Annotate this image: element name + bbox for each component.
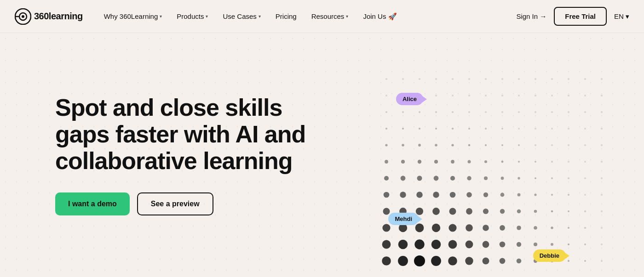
svg-point-139: [534, 226, 537, 230]
svg-point-124: [517, 209, 521, 214]
avatar-debbie: Debbie: [533, 249, 566, 262]
svg-point-26: [518, 95, 520, 96]
chevron-down-icon: ▾: [206, 14, 208, 19]
svg-point-102: [384, 192, 390, 198]
nav-item-pricing[interactable]: Pricing: [269, 9, 303, 24]
svg-point-159: [398, 256, 408, 266]
svg-point-65: [468, 144, 471, 147]
svg-point-164: [483, 258, 489, 265]
svg-point-58: [584, 128, 586, 130]
svg-point-55: [535, 128, 536, 130]
sign-in-link[interactable]: Sign In →: [516, 12, 546, 20]
nav-item-use-cases[interactable]: Use Cases ▾: [216, 9, 267, 24]
logo-text: 360learning: [34, 11, 83, 22]
svg-point-119: [432, 208, 440, 215]
svg-point-62: [418, 144, 421, 147]
hero-content: Spot and close skills gaps faster with A…: [55, 94, 313, 216]
svg-point-34: [419, 111, 420, 113]
svg-point-84: [551, 161, 553, 163]
svg-point-59: [601, 128, 603, 130]
svg-point-149: [466, 241, 473, 249]
svg-point-50: [452, 128, 454, 130]
svg-point-85: [568, 161, 569, 163]
hero-title: Spot and close skills gaps faster with A…: [55, 94, 313, 175]
svg-point-78: [451, 160, 454, 164]
svg-point-7: [435, 78, 437, 80]
svg-point-81: [501, 161, 504, 163]
svg-point-83: [535, 161, 536, 163]
svg-point-144: [382, 240, 391, 249]
svg-point-142: [584, 227, 586, 229]
avatar-alice: Alice: [396, 93, 423, 105]
svg-point-17: [601, 78, 603, 80]
svg-point-51: [468, 128, 470, 130]
svg-point-158: [382, 256, 391, 266]
svg-point-21: [435, 95, 437, 96]
svg-point-138: [517, 226, 521, 230]
svg-point-56: [551, 128, 553, 130]
svg-point-79: [468, 160, 471, 164]
svg-point-122: [483, 209, 489, 214]
svg-point-123: [500, 209, 505, 214]
svg-point-108: [483, 192, 488, 197]
svg-point-41: [535, 111, 536, 113]
svg-point-104: [416, 192, 423, 198]
svg-point-88: [384, 176, 389, 181]
svg-point-116: [383, 208, 390, 215]
svg-point-112: [551, 194, 553, 196]
svg-point-15: [568, 78, 569, 80]
svg-point-66: [485, 144, 487, 146]
svg-point-141: [568, 227, 569, 229]
nav-item-join-us[interactable]: Join Us 🚀: [356, 9, 403, 24]
svg-point-60: [385, 144, 387, 146]
svg-point-120: [449, 208, 456, 215]
svg-point-16: [584, 78, 586, 80]
preview-button[interactable]: See a preview: [137, 192, 213, 215]
svg-point-127: [568, 210, 569, 212]
nav-item-products[interactable]: Products ▾: [170, 9, 214, 24]
demo-button[interactable]: I want a demo: [55, 192, 130, 215]
svg-point-143: [601, 227, 603, 229]
svg-point-35: [435, 111, 437, 113]
svg-point-32: [385, 111, 387, 113]
svg-point-63: [435, 144, 437, 147]
svg-point-77: [434, 160, 438, 164]
svg-point-156: [584, 243, 586, 245]
svg-point-96: [518, 177, 520, 179]
svg-point-134: [448, 224, 456, 232]
svg-point-70: [551, 144, 553, 146]
svg-point-125: [534, 210, 537, 213]
svg-point-33: [402, 111, 404, 113]
nav-right: Sign In → Free Trial EN ▾: [516, 7, 629, 26]
svg-point-4: [385, 78, 387, 80]
svg-point-111: [534, 193, 536, 196]
svg-point-153: [534, 243, 537, 246]
svg-point-54: [518, 128, 520, 130]
svg-point-152: [517, 242, 521, 247]
svg-point-75: [401, 160, 405, 164]
nav-item-why360learning[interactable]: Why 360Learning ▾: [98, 9, 169, 24]
language-selector[interactable]: EN ▾: [614, 12, 629, 21]
svg-point-10: [485, 78, 487, 80]
svg-point-129: [601, 210, 603, 212]
svg-point-13: [535, 78, 536, 80]
svg-point-90: [417, 176, 422, 181]
svg-point-160: [414, 255, 425, 266]
svg-point-136: [483, 225, 489, 231]
svg-point-103: [400, 192, 406, 198]
svg-point-126: [551, 210, 553, 213]
svg-point-137: [500, 225, 505, 231]
nav-item-resources[interactable]: Resources ▾: [305, 9, 355, 24]
chevron-down-icon: ▾: [160, 14, 162, 19]
svg-point-12: [518, 78, 520, 80]
logo-link[interactable]: 360learning: [15, 8, 83, 25]
svg-point-49: [435, 128, 437, 130]
svg-point-36: [452, 111, 454, 113]
svg-point-162: [448, 256, 457, 266]
svg-point-31: [601, 95, 603, 96]
svg-point-91: [434, 176, 439, 181]
free-trial-button[interactable]: Free Trial: [554, 7, 607, 26]
svg-point-163: [465, 257, 473, 265]
svg-point-132: [415, 224, 424, 232]
svg-point-154: [551, 243, 553, 246]
